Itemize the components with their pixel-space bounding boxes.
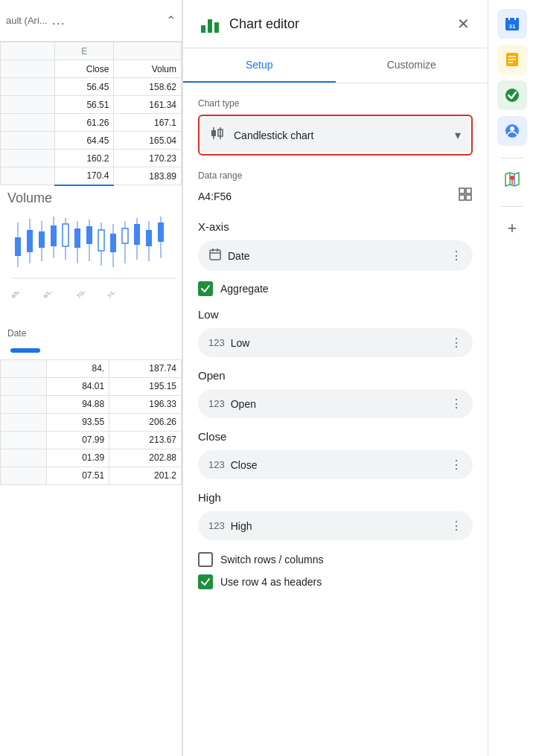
chart-type-dropdown[interactable]: Candlestick chart ▾ xyxy=(201,118,470,153)
chart-type-value: Candlestick chart xyxy=(234,129,455,141)
sidebar-divider xyxy=(501,158,523,158)
row-number xyxy=(1,413,47,431)
row-number xyxy=(1,449,47,467)
cell-c1: 187.74 xyxy=(109,359,182,377)
chart-type-selector[interactable]: Candlestick chart ▾ xyxy=(198,115,473,156)
grid-icon[interactable] xyxy=(458,187,473,205)
chart-editor-panel: Chart editor ✕ Setup Customize Chart typ… xyxy=(182,0,488,756)
sidebar-tasks-icon[interactable] xyxy=(497,80,527,110)
cell-b7: 07.51 xyxy=(47,467,109,484)
chart-icon xyxy=(198,12,222,36)
svg-point-57 xyxy=(510,176,514,180)
use-row4-label: Use row 4 as headers xyxy=(220,576,322,588)
calendar-field-icon xyxy=(208,248,222,263)
row-number xyxy=(1,167,55,185)
row-header xyxy=(1,42,55,60)
svg-rect-3 xyxy=(27,230,33,252)
table-row: 07.99 213.67 xyxy=(1,431,182,449)
close-button[interactable]: ✕ xyxy=(454,12,473,36)
cell-close-5: 160.2 xyxy=(54,150,114,167)
add-icon[interactable]: + xyxy=(508,219,517,238)
open-header: Open xyxy=(198,369,473,382)
svg-rect-25 xyxy=(158,222,164,242)
x-axis-field-label: Date xyxy=(228,250,450,262)
svg-rect-19 xyxy=(122,228,128,243)
cell-b2: 84.01 xyxy=(47,377,109,395)
svg-point-53 xyxy=(510,126,514,131)
svg-rect-36 xyxy=(459,195,465,200)
header-volume: Volum xyxy=(114,60,182,78)
table-row: 01.39 202.88 xyxy=(1,449,182,467)
x-axis-header: X-axis xyxy=(198,220,473,233)
cell-c7: 201.2 xyxy=(109,467,182,484)
row-number xyxy=(1,150,55,167)
switch-rows-row[interactable]: Switch rows / columns xyxy=(198,552,473,567)
sidebar-maps-icon[interactable] xyxy=(497,164,527,194)
aggregate-label: Aggregate xyxy=(220,283,269,295)
chart-type-label: Chart type xyxy=(198,98,473,109)
cell-c4: 206.26 xyxy=(109,413,182,431)
sidebar-notes-icon[interactable] xyxy=(497,45,527,74)
aggregate-checkbox[interactable] xyxy=(198,281,213,296)
close-more-icon[interactable]: ⋮ xyxy=(450,458,462,472)
svg-rect-7 xyxy=(51,225,57,246)
low-field-row: 123 Low ⋮ xyxy=(198,328,473,357)
cell-b1: 84. xyxy=(47,359,109,377)
row-number xyxy=(1,467,47,484)
editor-content: Chart type Candlestick chart ▾ Data rang… xyxy=(183,83,488,609)
sidebar-divider-2 xyxy=(501,206,523,207)
svg-rect-27 xyxy=(201,25,205,33)
use-row4-checkbox[interactable] xyxy=(198,574,213,589)
svg-rect-21 xyxy=(134,224,140,245)
candlestick-chart xyxy=(4,208,176,289)
svg-rect-9 xyxy=(63,224,68,246)
close-header: Close xyxy=(198,430,473,443)
svg-rect-23 xyxy=(146,230,152,246)
sheet-title: ault (Ari... xyxy=(6,15,48,26)
open-more-icon[interactable]: ⋮ xyxy=(450,397,462,411)
use-row4-row[interactable]: Use row 4 as headers xyxy=(198,574,473,589)
svg-rect-34 xyxy=(459,188,465,193)
candlestick-icon xyxy=(210,125,226,145)
right-sidebar: 31 xyxy=(488,0,536,756)
sidebar-calendar-icon[interactable]: 31 xyxy=(497,9,527,39)
close-prefix-icon: 123 xyxy=(208,459,225,470)
low-more-icon[interactable]: ⋮ xyxy=(450,336,462,350)
tab-customize[interactable]: Customize xyxy=(336,48,488,83)
aggregate-row[interactable]: Aggregate xyxy=(198,281,473,296)
dropdown-arrow-icon: ▾ xyxy=(455,128,461,142)
table-row: 84. 187.74 xyxy=(1,359,182,377)
x-axis-more-icon[interactable]: ⋮ xyxy=(450,249,462,263)
more-options-icon[interactable]: ... xyxy=(52,13,66,28)
sidebar-contacts-icon[interactable] xyxy=(497,116,527,146)
cell-close-3: 61.26 xyxy=(54,114,114,132)
cell-vol-1: 158.62 xyxy=(114,78,182,96)
header-close: Close xyxy=(54,60,114,78)
switch-rows-label: Switch rows / columns xyxy=(220,554,323,566)
table-row: 170.4 183.89 xyxy=(1,167,182,185)
collapse-icon[interactable]: ⌃ xyxy=(166,13,176,28)
svg-rect-31 xyxy=(211,130,216,136)
spreadsheet-table: E Close Volum 56.45 158.62 56.51 161.34 xyxy=(0,42,182,186)
row-number xyxy=(1,78,55,96)
col-e-header: E xyxy=(54,42,114,60)
close-field-row: 123 Close ⋮ xyxy=(198,450,473,479)
svg-text:31: 31 xyxy=(509,23,516,30)
editor-tabs: Setup Customize xyxy=(183,48,488,83)
row-number xyxy=(1,114,55,132)
table-row: 160.2 170.23 xyxy=(1,150,182,167)
chart-container: Volume xyxy=(0,186,182,359)
cell-c3: 196.33 xyxy=(109,395,182,413)
cell-b6: 01.39 xyxy=(47,449,109,467)
table-row: 56.45 158.62 xyxy=(1,78,182,96)
tab-setup[interactable]: Setup xyxy=(183,48,336,83)
svg-rect-37 xyxy=(466,195,471,200)
svg-rect-13 xyxy=(86,226,92,244)
switch-rows-checkbox[interactable] xyxy=(198,552,213,567)
date-axis-label: Date xyxy=(7,327,26,340)
scroll-indicator[interactable] xyxy=(10,348,40,353)
row-number xyxy=(1,60,55,78)
data-range-row: A4:F56 xyxy=(198,187,473,205)
high-more-icon[interactable]: ⋮ xyxy=(450,519,462,533)
editor-header: Chart editor ✕ xyxy=(183,0,488,48)
